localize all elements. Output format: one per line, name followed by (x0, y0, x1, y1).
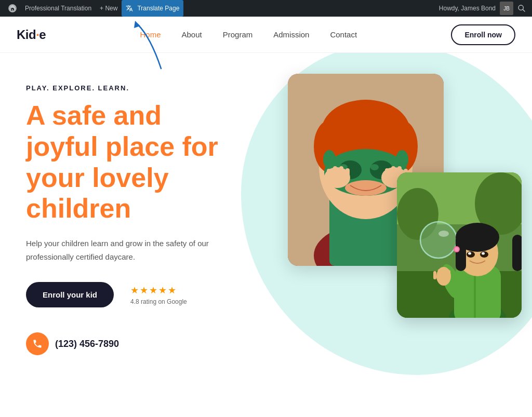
nav-link-contact[interactable]: Contact (330, 30, 357, 39)
main-navigation: Kid·e Home About Program Admission Conta… (0, 17, 532, 53)
admin-bar-translate-page[interactable]: Translate Page (122, 0, 183, 17)
admin-bar-left: Professional Translation + New Translate… (4, 0, 439, 17)
svg-rect-53 (447, 270, 450, 277)
admin-bar-search-icon[interactable] (515, 2, 528, 15)
phone-number: (123) 456-7890 (55, 339, 119, 349)
hero-content: PLAY. EXPLORE. LEARN. A safe and joyful … (0, 53, 249, 376)
svg-rect-51 (438, 269, 441, 278)
hero-tagline: PLAY. EXPLORE. LEARN. (26, 84, 223, 92)
nav-link-about[interactable]: About (182, 30, 202, 39)
hero-images (272, 58, 522, 411)
svg-rect-52 (443, 268, 446, 278)
admin-bar: Professional Translation + New Translate… (0, 0, 532, 17)
svg-rect-24 (391, 166, 395, 178)
svg-rect-20 (333, 166, 337, 178)
admin-bar-user-avatar[interactable]: JB (500, 2, 513, 15)
svg-rect-23 (385, 168, 389, 178)
svg-rect-21 (339, 166, 343, 178)
hero-image-secondary (397, 172, 522, 318)
svg-point-47 (482, 252, 485, 255)
svg-rect-41 (512, 235, 522, 271)
nav-link-admission[interactable]: Admission (273, 30, 309, 39)
rating-block: ★★★★★ 4.8 rating on Google (130, 285, 187, 305)
svg-rect-50 (433, 271, 436, 279)
nav-links: Home About Program Admission Contact (46, 30, 451, 39)
site-logo: Kid·e (17, 28, 46, 42)
svg-point-15 (396, 150, 408, 169)
rating-text: 4.8 rating on Google (130, 298, 187, 305)
admin-bar-user: Howdy, James Bond (439, 5, 496, 12)
svg-point-45 (480, 251, 488, 258)
svg-point-33 (420, 222, 457, 258)
phone-row: (123) 456-7890 (26, 332, 223, 355)
hero-title: A safe and joyful place for your lovely … (26, 100, 223, 224)
svg-rect-19 (327, 169, 331, 179)
svg-point-14 (323, 150, 336, 169)
nav-link-program[interactable]: Program (223, 30, 253, 39)
hero-actions: Enroll your kid ★★★★★ 4.8 rating on Goog… (26, 282, 223, 307)
enroll-kid-button[interactable]: Enroll your kid (26, 282, 114, 307)
enroll-now-button[interactable]: Enroll now (451, 24, 515, 45)
admin-bar-new[interactable]: + New (96, 0, 122, 17)
svg-point-46 (468, 252, 471, 255)
svg-point-44 (467, 251, 475, 258)
rating-stars: ★★★★★ (130, 285, 187, 296)
svg-point-34 (438, 231, 449, 237)
svg-point-13 (370, 164, 379, 170)
hero-section: PLAY. EXPLORE. LEARN. A safe and joyful … (0, 53, 532, 416)
phone-icon (26, 332, 49, 355)
hero-description: Help your children learn and grow in the… (26, 237, 213, 263)
admin-bar-wp-icon[interactable] (4, 0, 21, 17)
svg-rect-40 (456, 235, 466, 271)
nav-link-home[interactable]: Home (140, 30, 161, 39)
svg-point-16 (345, 180, 387, 196)
svg-rect-22 (345, 168, 350, 178)
svg-point-43 (455, 247, 459, 251)
admin-bar-professional-translation[interactable]: Professional Translation (21, 0, 96, 17)
admin-bar-right: Howdy, James Bond JB (439, 2, 528, 15)
